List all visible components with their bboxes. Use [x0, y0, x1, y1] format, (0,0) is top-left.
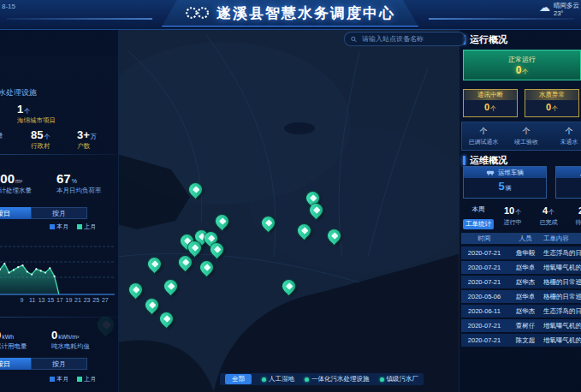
cell-person: 赵华卓 [507, 293, 543, 301]
map-legend-item-0[interactable]: 全部 [225, 374, 252, 384]
dashboard: 全部人工湿地一体化污水处理设施镇级污水厂 遂溪县智慧水务调度中心 8-15 ☁ … [0, 0, 581, 392]
workorder-stat-2: 2个待处理 [569, 205, 581, 227]
normal-run-box: 正常运行 0个 [463, 50, 581, 80]
stat-load-rate: 67% 本月日均负荷率 [56, 171, 102, 195]
workorder-stat-0: 10个进行中 [497, 205, 528, 227]
section-ops-overview: 运维概况 [463, 154, 507, 167]
workorder-badge: 本周 工单统计 [461, 205, 495, 229]
cell-time: 2020-07-21 [461, 249, 507, 257]
status-label: 未通水 [560, 138, 578, 146]
stat-sponge-projects: 1个 海绵城市项目 [17, 101, 56, 125]
workorder-stat-label: 进行中 [497, 218, 528, 227]
facility-type-label: 一体化污水处理设施 [0, 87, 37, 98]
table-row[interactable]: 2020-07-21查树仔增氧曝气机的常规维护 [461, 319, 581, 332]
legend-this-month[interactable]: 本月 [50, 223, 68, 231]
x-tick: 11 [29, 297, 35, 303]
cell-content: 生态浮岛的日常巡查 [543, 249, 581, 258]
status-label: 已调试通水 [469, 138, 499, 146]
chart-x-axis: 9111315171921232527 [0, 297, 118, 305]
alert-box-1: 水质异常0个 [525, 89, 579, 117]
header-date: 8-15 [2, 3, 15, 10]
layer-dot-icon [305, 377, 309, 382]
right-panel: 运行概况 正常运行 0个 通讯中断0个水质异常0个 个已调试通水个竣工验收个未通… [459, 29, 581, 392]
table-row[interactable]: 2020-05-06赵华卓格栅的日常巡检 [461, 290, 581, 303]
status-unit: 个 [480, 126, 488, 137]
cell-person: 詹华毅 [507, 249, 543, 258]
x-tick: 13 [39, 297, 45, 303]
map-legend-item-3[interactable]: 镇级污水厂 [380, 375, 419, 383]
table-row[interactable]: 2020-07-21赵华杰格栅的日常巡检 [461, 276, 581, 288]
layer-dot-icon [262, 377, 266, 382]
weather-widget: ☁ 晴间多云 23° [539, 2, 579, 17]
cell-content: 增氧曝气机的常规维护 [543, 264, 581, 272]
legend-last-month[interactable]: 上月 [77, 223, 96, 231]
map-legend-label: 镇级污水厂 [387, 375, 419, 383]
cell-time: 2020-07-21 [461, 322, 507, 330]
clipped-label-fragment: 量 [0, 132, 3, 140]
table-header-cell: 人员 [507, 235, 543, 243]
top-bar: 遂溪县智慧水务调度中心 8-15 ☁ 晴间多云 23° [0, 0, 581, 30]
workorder-stat-value: 4个 [533, 205, 564, 217]
cell-content: 增氧曝气机的常规维护 [543, 322, 581, 330]
weather-condition: 晴间多云 [554, 2, 579, 9]
cell-time: 2020-07-21 [461, 278, 507, 286]
alert-value: 0个 [525, 102, 578, 113]
search-icon [351, 36, 357, 43]
cell-content: 生态浮岛的日常巡查 [543, 307, 581, 316]
weather-temp: 23° [554, 9, 563, 17]
workorder-stat-value: 2个 [569, 205, 581, 217]
workorder-table: 时间人员工单内容 2020-07-21詹华毅生态浮岛的日常巡查2020-07-2… [461, 233, 581, 348]
volume-chart-tabs: 按日 按月 [0, 207, 87, 219]
table-header-cell: 工单内容 [543, 235, 581, 243]
alert-value: 0个 [464, 102, 517, 113]
status-item-0: 个已调试通水 [462, 122, 505, 150]
table-row[interactable]: 2020-06-11赵华杰生态浮岛的日常巡查 [461, 305, 581, 318]
status-unit: 个 [523, 126, 531, 137]
chart-legend: 本月 上月 [50, 223, 96, 231]
workorder-stat-label: 待处理 [569, 218, 581, 227]
legend-power-last-month[interactable]: 上月 [77, 375, 96, 383]
cell-time: 2020-06-11 [461, 307, 507, 315]
cell-content: 格栅的日常巡检 [543, 293, 581, 301]
map-legend-label: 一体化污水处理设施 [311, 375, 370, 383]
stat-power-per-ton: 0kWh/m³ 吨水电耗均值 [51, 327, 90, 351]
tab-by-day[interactable]: 按日 [0, 207, 31, 219]
tab-by-month[interactable]: 按月 [31, 207, 87, 219]
table-row[interactable]: 2020-07-21赵华卓增氧曝气机的常规维护 [461, 261, 581, 274]
cell-person: 赵华杰 [507, 278, 543, 287]
x-tick: 19 [66, 297, 73, 303]
left-panel: 一体化污水处理设施 1个 海绵城市项目 量 85个 行政村 3+万 户数 800… [0, 29, 119, 392]
tab-power-by-day[interactable]: 按日 [0, 358, 31, 370]
x-tick: 17 [56, 297, 63, 303]
x-tick: 23 [84, 297, 91, 303]
table-row[interactable]: 2020-07-21陈文超增氧曝气机的常规维护 [461, 334, 581, 347]
app-logo-icon [185, 5, 210, 21]
cell-time: 2020-07-21 [461, 264, 507, 271]
map-legend-item-1[interactable]: 人工湿地 [262, 375, 294, 383]
cell-person: 赵华卓 [507, 264, 543, 272]
tab-power-by-month[interactable]: 按月 [31, 358, 87, 370]
x-tick: 25 [92, 297, 99, 303]
alert-box-0: 通讯中断0个 [463, 89, 518, 117]
normal-run-label: 正常运行 [508, 55, 536, 64]
status-item-1: 个竣工验收 [505, 122, 548, 150]
layer-dot-icon [380, 377, 384, 382]
legend-power-this-month[interactable]: 本月 [50, 375, 68, 383]
map-legend-label: 全部 [232, 375, 245, 383]
map-legend-item-2[interactable]: 一体化污水处理设施 [305, 375, 370, 383]
station-search[interactable] [344, 32, 465, 46]
search-input[interactable] [360, 34, 459, 44]
header-decor-line-left [7, 18, 152, 20]
section-run-overview: 运行概况 [463, 33, 507, 46]
stat-households: 3+万 户数 [77, 127, 97, 151]
status-item-2: 个未通水 [548, 122, 581, 150]
cell-time: 2020-07-21 [461, 336, 507, 344]
x-tick: 9 [21, 297, 24, 303]
x-tick: 15 [47, 297, 54, 303]
cloud-icon: ☁ [539, 2, 550, 14]
table-row[interactable]: 2020-07-21詹华毅生态浮岛的日常巡查 [461, 246, 581, 259]
vehicle-label: 运维车辆 [498, 169, 524, 177]
workorder-stat-value: 10个 [497, 205, 528, 217]
cell-content: 格栅的日常巡检 [543, 278, 581, 287]
staff-box: 运维人员 [555, 166, 581, 199]
